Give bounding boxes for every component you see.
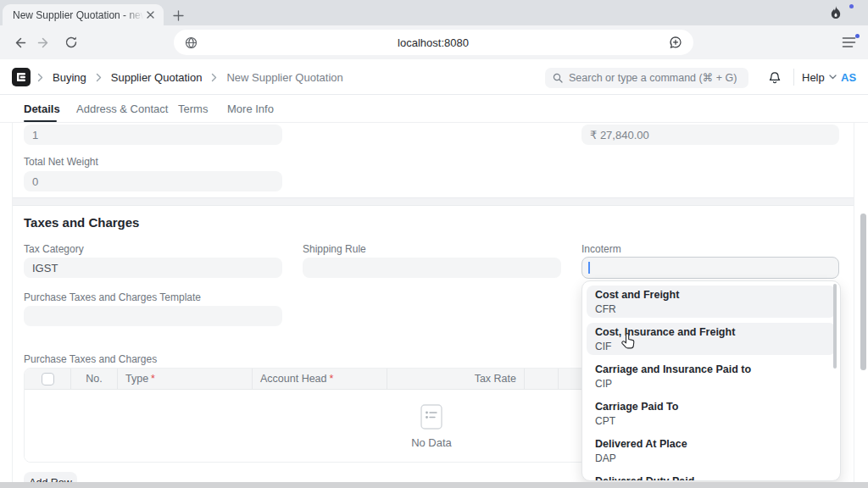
- notification-dot: [849, 4, 854, 8]
- grid-col-tax-rate[interactable]: Tax Rate: [387, 369, 524, 389]
- form-card-right-border: [854, 123, 854, 482]
- url-text: localhost:8080: [198, 36, 669, 49]
- no-data-icon: [420, 404, 442, 430]
- tab-more-info[interactable]: More Info: [227, 95, 274, 122]
- browser-menu-icon[interactable]: [842, 36, 856, 48]
- taxes-template-label: Purchase Taxes and Charges Template: [24, 291, 201, 303]
- menu-notification-dot: [855, 34, 860, 38]
- grid-col-account-head[interactable]: Account Head*: [252, 369, 387, 389]
- total-net-weight-label: Total Net Weight: [24, 156, 98, 168]
- total-quantity-field[interactable]: 1: [24, 125, 282, 145]
- tax-category-label: Tax Category: [24, 243, 84, 255]
- grand-total-field[interactable]: ₹ 27,840.00: [581, 125, 839, 145]
- erpnext-logo[interactable]: [12, 68, 31, 86]
- back-button-icon[interactable]: [12, 36, 26, 50]
- screen: New Supplier Quotation - new-s localhost…: [0, 0, 868, 488]
- search-icon: [553, 73, 563, 83]
- required-marker: *: [151, 373, 155, 385]
- select-all-checkbox[interactable]: [42, 373, 54, 385]
- forward-button-icon[interactable]: [37, 36, 52, 50]
- help-label: Help: [802, 71, 825, 84]
- breadcrumb-item-supplier-quotation[interactable]: Supplier Quotation: [111, 71, 203, 84]
- chevron-right-icon: [96, 73, 102, 82]
- dropdown-option-cfr[interactable]: Cost and Freight CFR: [587, 286, 836, 318]
- user-avatar-initials[interactable]: AS: [841, 59, 856, 95]
- globe-icon: [185, 36, 198, 49]
- dropdown-option-cpt[interactable]: Carriage Paid To CPT: [587, 397, 836, 430]
- shipping-rule-label: Shipping Rule: [303, 243, 366, 255]
- section-title: Taxes and Charges: [24, 215, 139, 230]
- required-marker: *: [330, 373, 334, 385]
- grid-col-no: No.: [70, 369, 117, 389]
- taxes-template-field[interactable]: [24, 306, 282, 326]
- bell-icon[interactable]: [768, 71, 782, 85]
- form-card-left-border: [12, 123, 13, 482]
- active-tab-underline: [24, 120, 57, 122]
- browser-tab[interactable]: New Supplier Quotation - new-s: [3, 4, 164, 25]
- dropdown-scrollbar-thumb[interactable]: [833, 284, 837, 369]
- grid-select-all-cell: [25, 369, 70, 389]
- chevron-right-icon: [211, 73, 217, 82]
- brave-flame-icon[interactable]: [829, 5, 843, 19]
- tab-terms[interactable]: Terms: [178, 95, 208, 122]
- breadcrumb: Buying Supplier Quotation New Supplier Q…: [37, 59, 343, 95]
- horizontal-scrollbar[interactable]: [0, 482, 868, 488]
- page-scrollbar-thumb[interactable]: [860, 214, 866, 370]
- help-dropdown[interactable]: Help: [802, 59, 837, 95]
- tab-details[interactable]: Details: [24, 95, 60, 122]
- incoterm-dropdown: Cost and Freight CFR Cost, Insurance and…: [581, 280, 841, 481]
- close-tab-icon[interactable]: [143, 8, 157, 22]
- dropdown-option-dap[interactable]: Delivered At Place DAP: [587, 435, 836, 467]
- no-data-text: No Data: [411, 436, 452, 449]
- global-search[interactable]: [545, 68, 748, 88]
- chevron-right-icon: [37, 73, 43, 82]
- dropdown-option-ddp[interactable]: Delivered Duty Paid DDP: [587, 472, 836, 481]
- section-separator: [13, 197, 854, 206]
- text-caret: [588, 262, 590, 274]
- tab-address-contact[interactable]: Address & Contact: [76, 95, 168, 122]
- incoterm-input[interactable]: [581, 257, 839, 279]
- dropdown-option-cip[interactable]: Carriage and Insurance Paid to CIP: [587, 360, 836, 392]
- breadcrumb-item-current: New Supplier Quotation: [226, 71, 342, 84]
- grid-col-amount: [524, 369, 558, 389]
- tax-category-field[interactable]: IGST: [24, 258, 282, 278]
- chevron-down-icon: [829, 75, 837, 80]
- total-net-weight-field[interactable]: 0: [24, 171, 282, 191]
- navbar-divider: [793, 69, 794, 86]
- shipping-rule-field[interactable]: [303, 258, 561, 278]
- browser-tab-title: New Supplier Quotation - new-s: [13, 9, 143, 21]
- new-tab-button[interactable]: [170, 7, 186, 24]
- taxes-grid-label: Purchase Taxes and Charges: [24, 353, 157, 365]
- leo-ai-icon[interactable]: [669, 36, 682, 49]
- search-input[interactable]: [569, 72, 741, 84]
- address-bar[interactable]: localhost:8080: [174, 30, 693, 55]
- incoterm-label: Incoterm: [581, 243, 621, 255]
- reload-button-icon[interactable]: [64, 36, 79, 50]
- mouse-cursor-hand: [621, 333, 636, 350]
- grid-col-type[interactable]: Type*: [117, 369, 252, 389]
- breadcrumb-item-buying[interactable]: Buying: [53, 71, 86, 84]
